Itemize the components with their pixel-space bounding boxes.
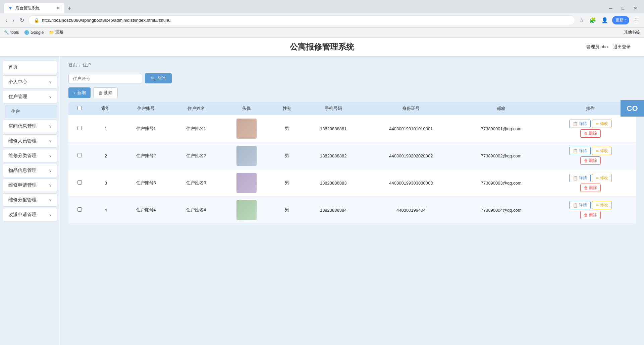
edit-icon-2: ✏ xyxy=(596,176,599,181)
minimize-button[interactable]: ─ xyxy=(606,5,615,11)
update-button[interactable]: 更新 : xyxy=(612,16,629,24)
row-phone-1: 13823888882 xyxy=(302,142,365,169)
sidebar-item-room[interactable]: 房间信息管理 ∨ xyxy=(3,120,57,133)
edit-label-3: 修改 xyxy=(600,202,608,208)
row-idcard-0: 440300199101010001 xyxy=(365,115,458,142)
tools-icon: 🔧 xyxy=(4,30,9,35)
forward-button[interactable]: › xyxy=(11,16,15,25)
sidebar-item-repair-assign-label: 维修分配管理 xyxy=(8,197,37,203)
sidebar-item-resident-label: 住户 xyxy=(11,109,20,115)
row-actions-1: 📋 详情 ✏ 修改 🗑 删除 xyxy=(545,142,636,169)
tab-close-button[interactable]: ✕ xyxy=(56,5,60,11)
profile-button[interactable]: 👤 xyxy=(600,16,609,25)
breadcrumb-home[interactable]: 首页 xyxy=(68,62,77,68)
chevron-down-icon: ∨ xyxy=(49,139,52,143)
chevron-down-icon: ∨ xyxy=(49,183,52,188)
sidebar-item-repair-apply-label: 维修申请管理 xyxy=(8,182,37,188)
delete-button-3[interactable]: 🗑 删除 xyxy=(580,211,601,219)
batch-delete-button[interactable]: 🗑 删除 xyxy=(93,87,118,98)
row-select-0[interactable] xyxy=(77,126,82,130)
row-checkbox-0[interactable] xyxy=(68,115,91,142)
bookmark-tools[interactable]: 🔧 tools xyxy=(4,30,19,35)
main-content: 首页 / 住户 🔍 查询 + 新增 🗑 删除 xyxy=(60,57,644,345)
edit-button-3[interactable]: ✏ 修改 xyxy=(592,201,612,209)
row-checkbox-2[interactable] xyxy=(68,169,91,197)
sidebar-item-repair-staff[interactable]: 维修人员管理 ∨ xyxy=(3,134,57,148)
delete-button-0[interactable]: 🗑 删除 xyxy=(580,129,601,138)
row-index-1: 2 xyxy=(91,142,121,169)
select-all-checkbox[interactable] xyxy=(77,106,82,110)
row-index-0: 1 xyxy=(91,115,121,142)
back-button[interactable]: ‹ xyxy=(4,16,8,25)
col-name: 住户姓名 xyxy=(171,102,221,115)
table-row: 2 住户账号2 住户姓名2 男 13823888882 440300199202… xyxy=(68,142,636,169)
bookmark-other[interactable]: 其他书签 xyxy=(624,29,640,35)
sidebar-item-room-label: 房间信息管理 xyxy=(8,123,37,129)
sidebar-item-repair-category[interactable]: 维修分类管理 ∨ xyxy=(3,149,57,162)
detail-button-0[interactable]: 📋 详情 xyxy=(569,120,591,128)
row-phone-2: 13823888883 xyxy=(302,169,365,197)
sidebar-item-resident[interactable]: 住户 xyxy=(5,105,57,118)
bookmark-tools-label: tools xyxy=(10,30,19,35)
extension-button[interactable]: 🧩 xyxy=(588,16,597,25)
row-checkbox-3[interactable] xyxy=(68,197,91,224)
sidebar-item-repair-assign[interactable]: 维修分配管理 ∨ xyxy=(3,193,57,207)
detail-icon-0: 📋 xyxy=(573,122,578,126)
add-button[interactable]: + 新增 xyxy=(68,87,91,98)
edit-button-1[interactable]: ✏ 修改 xyxy=(592,147,612,155)
search-input[interactable] xyxy=(68,74,142,83)
sidebar-item-reassign[interactable]: 改派申请管理 ∨ xyxy=(3,208,57,221)
row-select-3[interactable] xyxy=(77,207,82,212)
address-bar[interactable]: 🔒 http://localhost:8080/springboot3lx4p/… xyxy=(28,15,576,25)
maximize-button[interactable]: □ xyxy=(619,5,627,11)
detail-button-3[interactable]: 📋 详情 xyxy=(569,201,591,209)
row-checkbox-1[interactable] xyxy=(68,142,91,169)
lock-icon: 🔒 xyxy=(34,18,39,23)
detail-button-1[interactable]: 📋 详情 xyxy=(569,147,591,155)
bookmark-google-label: Google xyxy=(31,30,44,35)
breadcrumb-separator: / xyxy=(79,63,80,68)
sidebar-item-profile[interactable]: 个人中心 ∨ xyxy=(3,75,57,89)
breadcrumb: 首页 / 住户 xyxy=(68,62,636,68)
row-idcard-3: 440300199404 xyxy=(365,197,458,224)
sidebar-item-profile-label: 个人中心 xyxy=(8,79,27,85)
row-avatar-1 xyxy=(221,142,272,169)
search-button[interactable]: 🔍 查询 xyxy=(145,73,172,83)
sidebar-item-repair-apply[interactable]: 维修申请管理 ∨ xyxy=(3,179,57,192)
bookmark-star-button[interactable]: ☆ xyxy=(578,16,585,25)
menu-button[interactable]: ⋮ xyxy=(632,16,640,25)
bookmark-google[interactable]: 🌐 Google xyxy=(24,30,44,35)
chevron-down-icon: ∨ xyxy=(49,213,52,217)
bookmark-treasure[interactable]: 📁 宝藏 xyxy=(49,29,63,35)
close-button[interactable]: ✕ xyxy=(631,5,640,11)
table-row: 4 住户账号4 住户姓名4 男 13823888884 440300199404… xyxy=(68,197,636,224)
add-button-label: 新增 xyxy=(77,90,86,96)
avatar xyxy=(236,173,257,193)
row-gender-3: 男 xyxy=(272,197,302,224)
new-tab-button[interactable]: + xyxy=(65,4,74,13)
row-avatar-0 xyxy=(221,115,272,142)
delete-button-2[interactable]: 🗑 删除 xyxy=(580,184,601,192)
row-select-1[interactable] xyxy=(77,153,82,157)
trash-icon: 🗑 xyxy=(98,90,103,95)
edit-button-0[interactable]: ✏ 修改 xyxy=(592,120,612,128)
sidebar-item-goods-label: 物品信息管理 xyxy=(8,167,37,174)
reload-button[interactable]: ↻ xyxy=(18,16,25,25)
edit-button-2[interactable]: ✏ 修改 xyxy=(592,174,612,182)
row-idcard-2: 440300199303030003 xyxy=(365,169,458,197)
row-select-2[interactable] xyxy=(77,180,82,185)
delete-label-1: 删除 xyxy=(589,158,597,163)
app-header: 公寓报修管理系统 管理员 abo 退出登录 xyxy=(0,38,644,57)
delete-button-1[interactable]: 🗑 删除 xyxy=(580,156,601,165)
row-index-3: 4 xyxy=(91,197,121,224)
detail-icon-3: 📋 xyxy=(573,203,578,208)
search-bar: 🔍 查询 xyxy=(68,73,636,83)
detail-button-2[interactable]: 📋 详情 xyxy=(569,174,591,182)
tab-icon: ▼ xyxy=(8,5,13,11)
edit-label-1: 修改 xyxy=(600,148,608,154)
sidebar-item-home[interactable]: 首页 xyxy=(3,61,57,74)
sidebar-item-resident-mgmt[interactable]: 住户管理 ∨ xyxy=(3,90,57,104)
sidebar-item-goods[interactable]: 物品信息管理 ∨ xyxy=(3,164,57,177)
browser-tab[interactable]: ▼ 后台管理系统 ✕ xyxy=(4,3,64,13)
logout-button[interactable]: 退出登录 xyxy=(613,44,631,50)
